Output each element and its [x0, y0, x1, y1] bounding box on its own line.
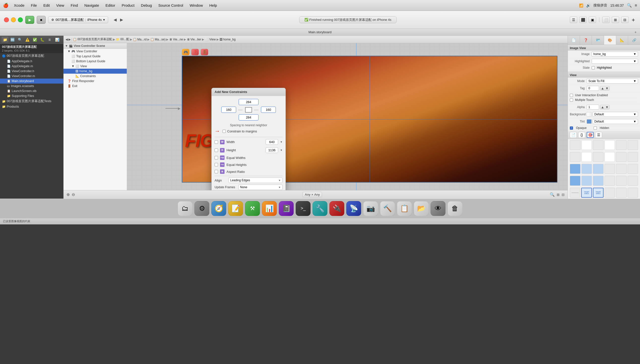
tag-stepper-down[interactable]: ▼	[605, 86, 609, 90]
nav-back-button[interactable]: ◀	[113, 17, 118, 22]
dock-office[interactable]: 📋	[397, 201, 412, 216]
lg-cell-4-4[interactable]	[604, 176, 615, 186]
editor-assistant-btn[interactable]: ⊞	[612, 16, 619, 23]
user-interaction-checkbox[interactable]	[570, 94, 573, 97]
stop-button[interactable]: ■	[37, 16, 46, 24]
height-checkbox[interactable]	[215, 148, 218, 152]
bc-item-2[interactable]: Ma...rd	[137, 38, 147, 41]
search-icon[interactable]: 🔍	[627, 3, 632, 8]
nav-icon-find[interactable]: 🔍	[16, 37, 23, 43]
rp-tab-connections[interactable]: 🔗	[628, 36, 640, 45]
alpha-input[interactable]	[587, 105, 599, 110]
menu-product[interactable]: Product	[121, 3, 136, 8]
update-frames-dropdown[interactable]: None ▼	[238, 184, 283, 190]
dock-safari[interactable]: 🧭	[211, 201, 226, 216]
lg-cell-1-3[interactable]	[593, 140, 603, 150]
outline-view-controller[interactable]: ▼ 🎮 View Controller	[64, 49, 127, 54]
lg-text-2[interactable]: HeightEffect	[581, 188, 592, 198]
view-debug-btn[interactable]: ⬛	[579, 16, 587, 23]
nav-item-products[interactable]: 📁 Products	[0, 104, 63, 109]
aspect-ratio-checkbox[interactable]	[215, 170, 218, 173]
nav-icon-files[interactable]: 📁	[2, 37, 9, 43]
lg-cell-3-3[interactable]	[593, 164, 603, 174]
view-utilities-btn[interactable]: ▣	[589, 16, 596, 23]
bt-zoom-actual[interactable]: ⊟	[562, 193, 564, 197]
lg-cell-1-6[interactable]	[627, 140, 638, 150]
dock-remote[interactable]: 📡	[346, 201, 361, 216]
view-navigator-btn[interactable]: ☰	[570, 16, 577, 23]
alpha-stepper-down[interactable]: ▼	[605, 105, 609, 109]
maximize-button[interactable]	[18, 17, 23, 22]
editor-standard-btn[interactable]: ⬜	[602, 16, 610, 23]
outline-view[interactable]: ▼ ⬜ View	[64, 64, 127, 69]
align-dropdown[interactable]: Leading Edges ▼	[229, 178, 283, 183]
menu-xcode[interactable]: Xcode	[13, 3, 26, 8]
dock-finder[interactable]: 🗂	[178, 201, 193, 216]
lg-cell-3-2[interactable]	[581, 164, 592, 174]
top-spacing-input[interactable]: 284	[239, 99, 259, 105]
bc-item-3[interactable]: Ma...se)	[155, 38, 166, 41]
lg-cell-4-2[interactable]	[581, 176, 592, 186]
menu-file[interactable]: File	[30, 3, 38, 8]
lg-cell-3-4[interactable]	[604, 164, 615, 174]
nav-item-appdelegate-m[interactable]: 📄 AppDelegate.m	[0, 64, 63, 69]
state-checkbox[interactable]	[592, 66, 595, 70]
nav-item-supporting-files[interactable]: 📁 Supporting Files	[0, 94, 63, 98]
width-input[interactable]	[266, 139, 278, 145]
size-selector[interactable]: Any × Any	[303, 192, 322, 197]
bc-item-6[interactable]: View	[209, 38, 216, 41]
menu-editor[interactable]: Editor	[105, 3, 116, 8]
lg-cell-1-2[interactable]	[581, 140, 592, 150]
nav-icon-debug[interactable]: 🐛	[39, 37, 46, 43]
outline-home-bg[interactable]: 🖼 home_bg	[64, 69, 127, 74]
nav-item-root[interactable]: 🔵 007游戏首页图片屏幕适配	[0, 53, 63, 59]
rp-tab-quickhelp[interactable]: ❓	[580, 36, 592, 45]
bt-zoom-fit[interactable]: ⊞	[557, 193, 560, 197]
bc-item-0[interactable]: 007游戏首页图片屏幕适配	[77, 37, 112, 42]
outline-first-responder[interactable]: ❓ First Responder	[64, 78, 127, 84]
nav-icon-symbols[interactable]: 🔤	[9, 37, 16, 43]
nav-item-tests[interactable]: 📁 007游戏首页图片屏幕适配Tests	[0, 98, 63, 104]
input-method[interactable]: 搜狼拼音	[593, 3, 607, 8]
menu-navigate[interactable]: Navigate	[83, 3, 100, 8]
lg-cell-1-5[interactable]	[616, 140, 626, 150]
rp-icon-code[interactable]: {}	[578, 132, 585, 138]
lg-cell-2-1[interactable]	[570, 152, 580, 162]
close-button[interactable]	[4, 17, 9, 22]
dock-onenote[interactable]: 📓	[279, 201, 294, 216]
right-spacing-input[interactable]: 160	[261, 106, 276, 113]
nav-item-images[interactable]: 🗂 Images.xcassets	[0, 84, 63, 88]
control-strip[interactable]: ≡	[635, 3, 637, 8]
nav-item-main-storyboard[interactable]: 📋 Main.storyboard	[0, 78, 63, 84]
multiple-touch-checkbox[interactable]	[570, 98, 573, 102]
lg-text-4[interactable]	[604, 188, 615, 198]
dock-preview[interactable]: 👁	[431, 201, 445, 216]
rp-tab-attributes[interactable]: 🎨	[604, 36, 616, 45]
rp-icon-list[interactable]: ☰	[595, 132, 602, 138]
highlighted-dropdown[interactable]: ▼	[592, 59, 638, 64]
dock-filefm[interactable]: 📂	[414, 201, 429, 216]
dock-notes[interactable]: 📝	[228, 201, 243, 216]
lg-cell-2-4[interactable]	[604, 152, 615, 162]
nav-item-launch[interactable]: 📋 LaunchScreen.xib	[0, 88, 63, 94]
alpha-stepper-up[interactable]: ▲	[600, 105, 605, 109]
width-checkbox[interactable]	[215, 140, 218, 144]
lg-cell-2-3[interactable]	[593, 152, 603, 162]
nav-item-appdelegate-h[interactable]: 📄 AppDelegate.h	[0, 59, 63, 64]
editor-version-btn[interactable]: ⊟	[621, 16, 628, 23]
add-tab-btn[interactable]: ＋	[633, 30, 638, 35]
lg-cell-2-6[interactable]	[627, 152, 638, 162]
bt-zoom-in[interactable]: 🔍	[550, 192, 555, 197]
scene-exit-icon[interactable]: 🚪	[201, 49, 208, 55]
menu-window[interactable]: Window	[189, 3, 204, 8]
constrain-margins-checkbox[interactable]	[223, 130, 226, 133]
dock-trash[interactable]: 🗑	[447, 201, 462, 216]
rp-tab-size[interactable]: 📐	[616, 36, 628, 45]
apple-menu[interactable]: 🍎	[3, 3, 9, 8]
dock-postman[interactable]: 🔧	[313, 201, 327, 216]
lg-cell-4-6[interactable]	[627, 176, 638, 186]
nav-item-viewcontroller-m[interactable]: 📄 ViewController.m	[0, 74, 63, 78]
nav-forward-button[interactable]: ▶	[119, 17, 124, 22]
dock-tools[interactable]: 🔨	[380, 201, 395, 216]
bc-nav-back[interactable]: ◀	[66, 38, 68, 41]
